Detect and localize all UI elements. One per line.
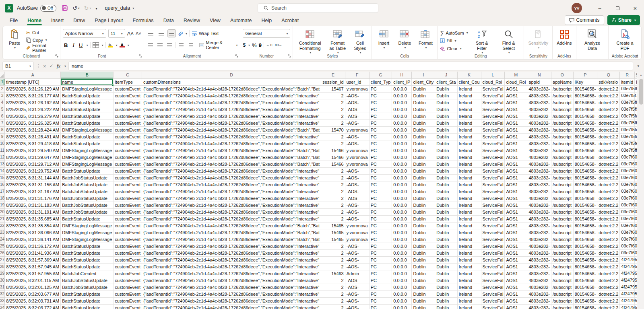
cell-P6[interactable]: 80154658- <box>573 113 597 119</box>
cell-C32[interactable]: customEvent <box>114 290 142 297</box>
number-format-select[interactable]: General▾ <box>243 29 290 38</box>
chevron-down-icon[interactable]: ▾ <box>116 43 118 47</box>
align-middle-icon[interactable] <box>157 29 165 37</box>
cell-N33[interactable]: 4803e282- <box>527 297 551 304</box>
cell-B15[interactable]: BatchJobStatusUpdate <box>61 174 114 181</box>
cell-O32[interactable]: /subscript <box>551 290 574 297</box>
cell-F5[interactable]: -AOS- <box>345 106 369 113</box>
cell-I29[interactable]: Dublin <box>412 270 435 277</box>
cell-G23[interactable]: PC <box>369 229 392 236</box>
cell-P33[interactable]: 80154658- <box>573 297 597 304</box>
cell-N27[interactable]: 4803e282- <box>527 256 551 263</box>
cell-E19[interactable]: 2 <box>321 202 345 208</box>
cell-R30[interactable]: 4f247955-8 <box>620 277 635 284</box>
cell-P13[interactable]: 80154658- <box>573 161 597 167</box>
cell-A24[interactable]: 8/25/2025, 8:31:36.141 AM <box>5 236 61 243</box>
decrease-indent-icon[interactable] <box>178 41 185 49</box>
cell-G5[interactable]: PC <box>369 106 392 113</box>
cell-M14[interactable]: AOS1 <box>505 167 527 174</box>
cell-N14[interactable]: 4803e282- <box>527 167 551 174</box>
cell-M18[interactable]: AOS1 <box>505 195 527 202</box>
cell-Q2[interactable]: dotnet:2.2 <box>597 85 620 92</box>
cell-E15[interactable]: 2 <box>321 174 345 181</box>
cell-O9[interactable]: /subscript <box>551 133 574 140</box>
cell-D3[interactable]: {"aadTenantId":"724904eb-2c1d-4a4c-bf28-… <box>142 92 321 99</box>
cell-E10[interactable]: 2 <box>321 140 345 147</box>
cell-M26[interactable]: AOS1 <box>505 249 527 256</box>
cell-N5[interactable]: 4803e282- <box>527 106 551 113</box>
cell-J18[interactable]: Dublin <box>435 195 457 202</box>
cell-F22[interactable]: y.voronova <box>345 222 369 229</box>
cell-A25[interactable]: 8/25/2025, 8:31:36.172 AM <box>5 243 61 249</box>
cell-G11[interactable]: PC <box>369 147 392 154</box>
currency-button[interactable]: $ <box>243 42 246 48</box>
cell-R2[interactable]: 03e7f5f6-8 <box>620 85 635 92</box>
tab-automate[interactable]: Automate <box>226 17 256 25</box>
cell-H34[interactable]: 0.0.0.0 <box>392 304 412 309</box>
cell-J20[interactable]: Dublin <box>435 208 457 215</box>
cell-K16[interactable]: Ireland <box>457 181 481 188</box>
cell-E33[interactable]: 2 <box>321 297 345 304</box>
fill-button[interactable]: Fill▾ <box>440 37 468 45</box>
cell-E28[interactable]: 2 <box>321 263 345 270</box>
cell-R1[interactable]: itemId <box>620 78 635 85</box>
cell-R24[interactable]: 03e7f60c-8 <box>620 236 635 243</box>
cell-G28[interactable]: PC <box>369 263 392 270</box>
cell-A7[interactable]: 8/25/2025, 8:31:26.325 AM <box>5 119 61 126</box>
cell-O29[interactable]: /subscript <box>551 270 574 277</box>
cell-L24[interactable]: ServiceFal <box>481 236 505 243</box>
cell-G22[interactable]: PC <box>369 222 392 229</box>
cell-D2[interactable]: {"aadTenantId":"724904eb-2c1d-4a4c-bf28-… <box>142 85 321 92</box>
cell-O3[interactable]: /subscript <box>551 92 574 99</box>
cell-R34[interactable]: 4f247959-8 <box>620 304 635 309</box>
cell-J28[interactable]: Dublin <box>435 263 457 270</box>
cell-I16[interactable]: Dublin <box>412 181 435 188</box>
cell-K20[interactable]: Ireland <box>457 208 481 215</box>
cell-M3[interactable]: AOS1 <box>505 92 527 99</box>
cell-J9[interactable]: Dublin <box>435 133 457 140</box>
cell-J32[interactable]: Dublin <box>435 290 457 297</box>
cell-O34[interactable]: /subscript <box>551 304 574 309</box>
clear-button[interactable]: Clear▾ <box>440 45 468 52</box>
cell-E6[interactable]: 2 <box>321 113 345 119</box>
cell-E11[interactable]: 15466 <box>321 147 345 154</box>
underline-button[interactable]: U <box>78 42 84 48</box>
cell-E16[interactable]: 2 <box>321 181 345 188</box>
cell-R28[interactable]: 4f247953-8 <box>620 263 635 270</box>
cell-A10[interactable]: 8/25/2025, 8:31:29.418 AM <box>5 140 61 147</box>
cell-F13[interactable]: y.voronova <box>345 161 369 167</box>
cell-Q11[interactable]: dotnet:2.2 <box>597 147 620 154</box>
cell-L5[interactable]: ServiceFal <box>481 106 505 113</box>
cell-P25[interactable]: 80154658- <box>573 243 597 249</box>
number-dialog-launcher[interactable] <box>288 54 291 58</box>
cell-J6[interactable]: Dublin <box>435 113 457 119</box>
cell-L26[interactable]: ServiceFal <box>481 249 505 256</box>
cell-A30[interactable]: 8/25/2025, 8:32:01.115 AM <box>5 277 61 284</box>
clipboard-dialog-launcher[interactable] <box>55 54 59 58</box>
cell-O20[interactable]: /subscript <box>551 208 574 215</box>
cell-P34[interactable]: 80154658- <box>573 304 597 309</box>
cell-R22[interactable]: 03e7f60a-8 <box>620 222 635 229</box>
cell-F28[interactable]: -AOS- <box>345 263 369 270</box>
cell-M1[interactable]: cloud_Rol <box>505 78 527 85</box>
minimize-button[interactable]: – <box>591 0 609 16</box>
cell-E30[interactable]: 2 <box>321 277 345 284</box>
cell-E34[interactable]: 2 <box>321 304 345 309</box>
cell-F27[interactable]: -AOS- <box>345 256 369 263</box>
cell-P15[interactable]: 80154658- <box>573 174 597 181</box>
cell-E24[interactable]: 15465 <box>321 236 345 243</box>
cell-N25[interactable]: 4803e282- <box>527 243 551 249</box>
chevron-down-icon[interactable]: ▾ <box>87 43 88 47</box>
cell-J31[interactable]: Dublin <box>435 284 457 290</box>
cell-M4[interactable]: AOS1 <box>505 99 527 106</box>
cell-M33[interactable]: AOS1 <box>505 297 527 304</box>
column-header-R[interactable]: R <box>620 72 635 78</box>
cell-P24[interactable]: 80154658- <box>573 236 597 243</box>
cell-L6[interactable]: ServiceFal <box>481 113 505 119</box>
cell-H4[interactable]: 0.0.0.0 <box>392 99 412 106</box>
orientation-button[interactable]: ab <box>177 30 184 37</box>
cell-Q14[interactable]: dotnet:2.2 <box>597 167 620 174</box>
cell-C9[interactable]: customEvent <box>114 133 142 140</box>
cell-P7[interactable]: 80154658- <box>573 119 597 126</box>
cell-C17[interactable]: customEvent <box>114 188 142 195</box>
